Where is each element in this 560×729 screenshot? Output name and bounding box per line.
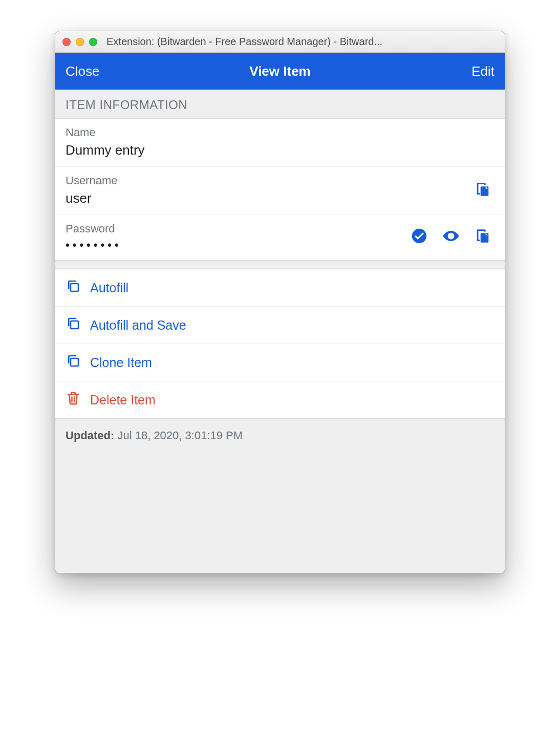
window-minimize-button[interactable] <box>76 38 84 46</box>
autofill-save-button[interactable]: Autofill and Save <box>55 307 505 344</box>
autofill-button[interactable]: Autofill <box>55 269 505 307</box>
field-username-value: user <box>66 190 474 206</box>
clone-icon <box>66 316 81 334</box>
window-title: Extension: (Bitwarden - Free Password Ma… <box>106 36 498 48</box>
field-username-label: Username <box>66 174 474 187</box>
field-password-row: Password •••••••• <box>55 215 505 260</box>
actions-card: Autofill Autofill and Save Clone Item <box>55 269 505 419</box>
field-password-value: •••••••• <box>66 239 411 252</box>
item-info-card: Name Dummy entry Username user Password <box>55 118 505 261</box>
clone-item-label: Clone Item <box>90 355 152 370</box>
clone-icon <box>66 278 81 297</box>
page-title: View Item <box>106 63 454 79</box>
copy-password-icon[interactable] <box>474 227 491 247</box>
clone-icon <box>66 353 81 372</box>
clone-item-button[interactable]: Clone Item <box>55 344 505 381</box>
window-close-button[interactable] <box>62 38 71 46</box>
content-area: ITEM INFORMATION Name Dummy entry Userna… <box>55 90 505 573</box>
copy-username-icon[interactable] <box>474 181 491 200</box>
svg-point-1 <box>449 234 453 238</box>
footer: Updated: Jul 18, 2020, 3:01:19 PM <box>55 419 505 573</box>
updated-label: Updated: <box>66 429 114 442</box>
check-password-icon[interactable] <box>411 227 428 247</box>
edit-button[interactable]: Edit <box>471 63 494 79</box>
section-label-item-info: ITEM INFORMATION <box>55 90 505 118</box>
window-zoom-button[interactable] <box>89 38 97 46</box>
svg-rect-2 <box>71 284 78 291</box>
app-header: Close View Item Edit <box>55 53 505 90</box>
field-password-label: Password <box>66 222 411 235</box>
field-username-row: Username user <box>55 167 505 215</box>
delete-item-label: Delete Item <box>90 393 156 408</box>
section-spacer <box>55 261 505 269</box>
toggle-password-visibility-icon[interactable] <box>442 227 460 247</box>
close-button[interactable]: Close <box>66 63 99 79</box>
field-name-row: Name Dummy entry <box>55 119 505 167</box>
svg-rect-4 <box>71 358 78 366</box>
trash-icon <box>66 391 81 409</box>
field-name-value: Dummy entry <box>66 142 494 158</box>
field-name-label: Name <box>66 126 494 139</box>
svg-rect-3 <box>71 321 78 329</box>
traffic-lights <box>62 38 97 46</box>
delete-item-button[interactable]: Delete Item <box>55 381 505 418</box>
updated-value: Jul 18, 2020, 3:01:19 PM <box>117 429 243 442</box>
titlebar: Extension: (Bitwarden - Free Password Ma… <box>55 31 505 53</box>
app-window: Extension: (Bitwarden - Free Password Ma… <box>55 31 505 573</box>
autofill-label: Autofill <box>90 281 128 295</box>
autofill-save-label: Autofill and Save <box>90 318 186 333</box>
